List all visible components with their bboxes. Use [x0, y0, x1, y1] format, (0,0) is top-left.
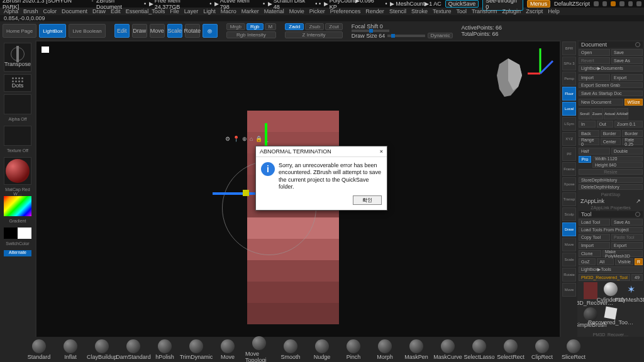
close-icon[interactable]: × [380, 148, 383, 155]
menu-texture[interactable]: Texture [433, 8, 452, 14]
zoom-value[interactable]: Zoom 0.1 [614, 121, 643, 128]
rstrip-spix-3[interactable]: SPix 3 [562, 57, 576, 70]
save-button[interactable]: Save [611, 49, 643, 56]
m-button[interactable]: M [265, 23, 277, 30]
brush-pinch[interactable]: Pinch [340, 339, 367, 360]
paintstop-label[interactable]: PaintStop [579, 192, 643, 197]
menu-light[interactable]: Light [203, 8, 216, 14]
resize-button[interactable]: Resize [579, 169, 643, 175]
brush-hpolish[interactable]: hPolish [151, 339, 179, 360]
menu-help[interactable]: Help [548, 8, 560, 14]
pro-button[interactable]: Pro [579, 156, 591, 163]
scale-button[interactable]: Scale [167, 24, 182, 38]
gizmo3d-button[interactable]: ◎ [203, 24, 218, 38]
alternate-button[interactable]: Alternate [4, 250, 31, 256]
gizmo-toolbar[interactable]: ⚙ 📍 ⊕ ⌂ 🔒 ⎯ [225, 136, 268, 142]
make-polymesh-button[interactable]: Make PolyMesh3D [602, 250, 643, 257]
brush-damstandard[interactable]: DamStandard [119, 339, 147, 360]
saveas-button[interactable]: Save As [611, 57, 643, 64]
pin-icon[interactable]: 📍 [233, 136, 240, 142]
lock-icon[interactable]: 🔒 [255, 136, 262, 142]
menu-essential_tools[interactable]: Essential_Tools [126, 8, 165, 14]
rotate-button[interactable]: Rotate [185, 24, 200, 38]
alpha-picker[interactable] [4, 94, 31, 114]
menu-marker[interactable]: Marker [242, 8, 259, 14]
home-icon[interactable]: ⌂ [250, 136, 253, 142]
doc-actual-button[interactable]: Actual [604, 108, 616, 119]
new-document-button[interactable]: New Document [579, 99, 623, 106]
load-from-project-button[interactable]: Load Tools From Project [579, 227, 643, 233]
rstrip-transp[interactable]: Transp [562, 192, 576, 206]
export-button[interactable]: Export [611, 74, 643, 81]
menu-stencil[interactable]: Stencil [389, 8, 406, 14]
home-page-button[interactable]: Home Page [3, 24, 36, 38]
menu-render[interactable]: Render [365, 8, 384, 14]
zapplink-label[interactable]: ZAppLink↗ [579, 198, 643, 204]
quicksave-button[interactable]: QuickSave [445, 0, 479, 8]
menu-macro[interactable]: Macro [221, 8, 236, 14]
rstrip-move[interactable]: Move [562, 283, 576, 297]
zcut-button[interactable]: Zcut [325, 23, 343, 30]
width-field[interactable]: Width 1120 [592, 156, 643, 162]
brush-nudge[interactable]: Nudge [308, 339, 336, 360]
brush-slicerect[interactable]: SliceRect [560, 339, 587, 360]
menu-draw[interactable]: Draw [92, 8, 106, 14]
save-startup-doc-button[interactable]: Save As Startup Doc [579, 90, 643, 96]
menu-picker[interactable]: Picker [309, 8, 325, 14]
doc-aahalf-button[interactable]: AAHalf [616, 108, 628, 119]
rgb-intensity[interactable]: Rgb Intensity [226, 31, 277, 38]
dots-tool[interactable]: Dots [4, 74, 31, 92]
tool-export-button[interactable]: Export [611, 242, 643, 249]
zapplink-properties[interactable]: ZAppLink Properties [579, 206, 643, 210]
border-color2[interactable]: Border [622, 130, 643, 137]
rstrip-xyz[interactable]: XYZ [562, 132, 576, 146]
edit-button[interactable]: Edit [114, 24, 130, 38]
rstrip-rotate[interactable]: Rotate [562, 268, 576, 282]
draw-button[interactable]: Draw [132, 24, 147, 38]
brush-claybuildup[interactable]: ClayBuildup [88, 339, 116, 360]
range-slider[interactable]: Range 0 [579, 138, 599, 145]
rstrip-pf[interactable]: PF [562, 147, 576, 161]
compass-icon[interactable]: ⊕ [242, 136, 247, 142]
brush-selectrect[interactable]: SelectRect [497, 339, 525, 360]
lightbox-docs-button[interactable]: Lightbox▶Documents [579, 65, 643, 72]
zadd-button[interactable]: Zadd [285, 23, 304, 30]
brush-move[interactable]: Move [214, 339, 242, 360]
center-button[interactable]: Center [601, 138, 621, 145]
default-zscript[interactable]: DefaultZScript [554, 1, 590, 7]
paste-tool-button[interactable]: Paste Tool [611, 234, 643, 241]
zoom-out-button[interactable]: Out [597, 121, 614, 128]
height-field[interactable]: Height 840 [592, 162, 643, 168]
document-panel-header[interactable]: Document [579, 41, 643, 48]
rstrip-scale[interactable]: Scale [562, 253, 576, 266]
tool-import-button[interactable]: Import [579, 242, 610, 249]
record-icon[interactable] [611, 1, 616, 6]
menu-edit[interactable]: Edit [111, 8, 121, 14]
z-intensity[interactable]: Z Intensity [285, 31, 343, 38]
brush-maskpen[interactable]: MaskPen [402, 339, 430, 360]
store-depth-history[interactable]: StoreDepthHistory [579, 177, 643, 183]
copy-tool-button[interactable]: Copy Tool [579, 234, 610, 241]
draw-size-slider[interactable] [387, 35, 425, 37]
wsize-button[interactable]: WSize [625, 99, 643, 106]
brush-cliprect[interactable]: ClipRect [528, 339, 556, 360]
brush-smooth[interactable]: Smooth [277, 339, 304, 360]
menu-zplugin[interactable]: Zplugin [502, 8, 521, 14]
pin-icon[interactable] [594, 1, 599, 6]
brush-trimdynamic[interactable]: TrimDynamic [182, 339, 210, 360]
goz-button[interactable]: GoZ [579, 258, 596, 265]
transpose-tool[interactable]: Transpose [4, 43, 31, 72]
rstrip-xpose[interactable]: Xpose [562, 177, 576, 191]
goz-r-button[interactable]: R [635, 258, 643, 265]
menu-layer[interactable]: Layer [184, 8, 199, 14]
menu-alpha[interactable]: Alpha [4, 8, 18, 14]
half-button[interactable]: Half [579, 148, 610, 155]
texture-picker[interactable] [4, 126, 31, 146]
saveas-tool-button[interactable]: Save As [611, 219, 643, 226]
rstrip-bpr[interactable]: BPR [562, 41, 576, 55]
dynamic-button[interactable]: Dynamic [428, 33, 452, 38]
rstrip-frame[interactable]: Frame [562, 162, 576, 176]
goz-all-button[interactable]: All [597, 258, 614, 265]
rstrip-move[interactable]: Move [562, 238, 576, 251]
double-button[interactable]: Double [611, 148, 643, 155]
